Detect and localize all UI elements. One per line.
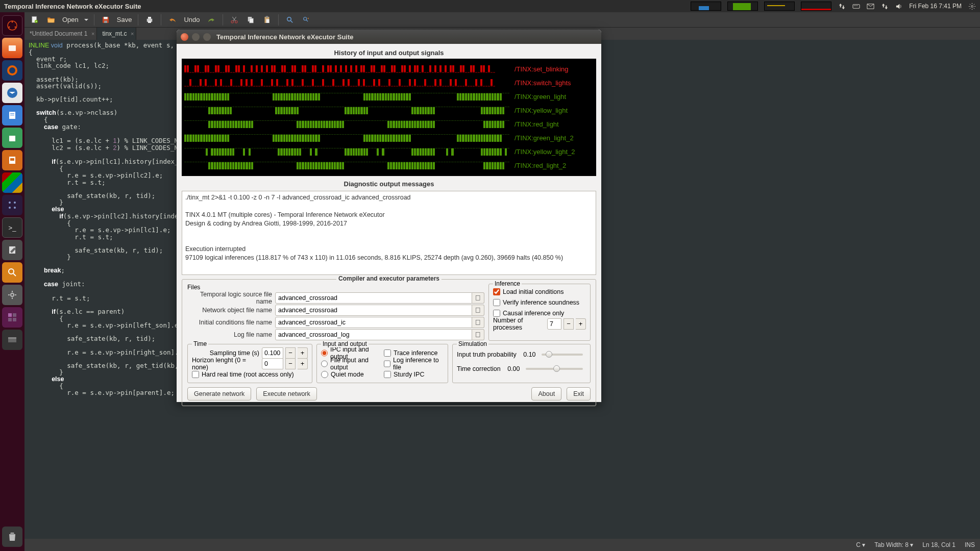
gedit-icon[interactable] — [2, 240, 22, 260]
replace-button[interactable] — [299, 13, 313, 27]
timec-slider[interactable] — [526, 368, 583, 370]
save-button[interactable] — [99, 13, 113, 27]
spin-down-button[interactable]: − — [285, 358, 296, 369]
log-file-input[interactable] — [275, 329, 472, 340]
source-file-label: Temporal logic source file name — [187, 291, 275, 305]
signal-label: /TINX:green_light_2 — [514, 134, 594, 142]
clock[interactable]: Fri Feb 16 7:41 PM — [909, 3, 962, 10]
file-picker-button[interactable] — [472, 329, 484, 340]
verify-checkbox[interactable] — [493, 299, 500, 306]
mail-icon[interactable] — [866, 2, 874, 10]
file-picker-button[interactable] — [472, 305, 484, 316]
network-graph[interactable] — [801, 2, 831, 11]
files-icon[interactable] — [2, 38, 22, 58]
spin-up-button[interactable]: + — [298, 347, 308, 359]
print-button[interactable] — [142, 13, 157, 27]
open-button[interactable] — [44, 13, 58, 27]
close-window-button[interactable] — [181, 33, 188, 41]
spin-down-button[interactable]: − — [564, 318, 574, 330]
undo-button[interactable] — [165, 13, 180, 27]
search-button[interactable] — [283, 13, 297, 27]
new-file-button[interactable] — [28, 13, 42, 27]
window-titlebar[interactable]: Temporal Inference Network eXecutor Suit… — [177, 30, 601, 44]
file-picker-button[interactable] — [472, 317, 484, 328]
prob-slider[interactable] — [542, 354, 583, 356]
open-label[interactable]: Open — [60, 16, 81, 23]
ipc-radio[interactable] — [321, 349, 328, 357]
svg-point-48 — [287, 17, 291, 21]
close-icon[interactable]: × — [91, 31, 94, 37]
sampling-input[interactable] — [262, 347, 283, 359]
diagnostic-output[interactable]: ./tinx_mt 2>&1 -t 0.100 -z 0 -n 7 -I adv… — [182, 191, 596, 275]
open-dropdown[interactable] — [83, 17, 90, 22]
object-file-input[interactable] — [275, 305, 472, 316]
cpu-graph-2[interactable] — [727, 2, 758, 11]
params-title: Compiler and executor parameters — [336, 275, 442, 282]
maximize-window-button[interactable] — [203, 33, 211, 41]
sound-icon[interactable] — [895, 2, 903, 10]
exit-button[interactable]: Exit — [567, 387, 591, 400]
connect-icon[interactable] — [2, 195, 22, 215]
settings-icon[interactable] — [2, 285, 22, 305]
software-icon[interactable] — [2, 172, 22, 193]
simulation-group: Simulation Input truth probability 0.10 … — [452, 344, 591, 383]
cpu-graph-1[interactable] — [691, 2, 721, 11]
hard-rt-checkbox[interactable] — [192, 371, 199, 378]
save-label[interactable]: Save — [115, 16, 134, 23]
load-ic-checkbox[interactable] — [493, 288, 500, 295]
trash-icon[interactable] — [2, 527, 22, 547]
writer-icon[interactable] — [2, 105, 22, 126]
network-icon[interactable] — [880, 2, 889, 10]
file-picker-button[interactable] — [472, 292, 484, 304]
spin-up-button[interactable]: + — [576, 318, 586, 330]
about-button[interactable]: About — [531, 387, 561, 400]
horizon-input[interactable] — [262, 358, 283, 369]
redo-button[interactable] — [204, 13, 218, 27]
tab-width-selector[interactable]: Tab Width: 8 ▾ — [874, 541, 913, 548]
signal-plot — [184, 79, 509, 88]
tab-tinx-mt-c[interactable]: tinx_mt.c× — [97, 28, 136, 40]
terminal-icon[interactable] — [2, 217, 22, 238]
gear-icon[interactable] — [968, 2, 976, 10]
svg-point-26 — [11, 293, 14, 296]
updown-icon[interactable] — [838, 2, 846, 10]
undo-label[interactable]: Undo — [182, 16, 202, 23]
ic-file-input[interactable] — [275, 317, 472, 328]
svg-rect-44 — [249, 18, 253, 23]
calc-icon[interactable] — [2, 128, 22, 148]
svg-rect-37 — [104, 20, 107, 23]
keyboard-icon[interactable] — [852, 2, 860, 10]
spin-down-button[interactable]: − — [285, 347, 296, 359]
generate-button[interactable]: Generate network — [187, 387, 251, 400]
signal-row: /TINX:set_blinking — [184, 62, 594, 76]
firefox-icon[interactable] — [2, 60, 22, 81]
workspace-icon[interactable] — [2, 307, 22, 328]
nproc-input[interactable] — [547, 318, 561, 330]
magnifier-icon[interactable] — [2, 262, 22, 283]
log-inf-checkbox[interactable] — [384, 360, 390, 367]
execute-button[interactable]: Execute network — [256, 387, 316, 400]
minimize-window-button[interactable] — [192, 33, 200, 41]
trace-checkbox[interactable] — [384, 349, 391, 357]
tab-untitled[interactable]: *Untitled Document 1× — [24, 28, 97, 40]
language-selector[interactable]: C ▾ — [856, 541, 865, 548]
dash-icon[interactable] — [2, 15, 22, 36]
signal-row: /TINX:red_light — [184, 117, 594, 131]
signal-row: /TINX:yellow_light — [184, 104, 594, 117]
close-icon[interactable]: × — [131, 31, 134, 37]
causal-checkbox[interactable] — [493, 310, 500, 317]
source-file-input[interactable] — [275, 292, 472, 304]
quiet-radio[interactable] — [321, 371, 328, 378]
thunderbird-icon[interactable] — [2, 83, 22, 103]
paste-button[interactable] — [260, 13, 274, 27]
spin-up-button[interactable]: + — [298, 358, 308, 369]
copy-button[interactable] — [243, 13, 258, 27]
file-radio[interactable] — [321, 360, 328, 367]
drawer-icon[interactable] — [2, 330, 22, 350]
sturdy-checkbox[interactable] — [384, 371, 391, 378]
app-title: Temporal Inference Network eXecutor Suit… — [4, 3, 141, 10]
cut-button[interactable] — [227, 13, 241, 27]
svg-point-49 — [303, 17, 306, 20]
impress-icon[interactable] — [2, 150, 22, 170]
memory-graph[interactable] — [764, 2, 795, 11]
